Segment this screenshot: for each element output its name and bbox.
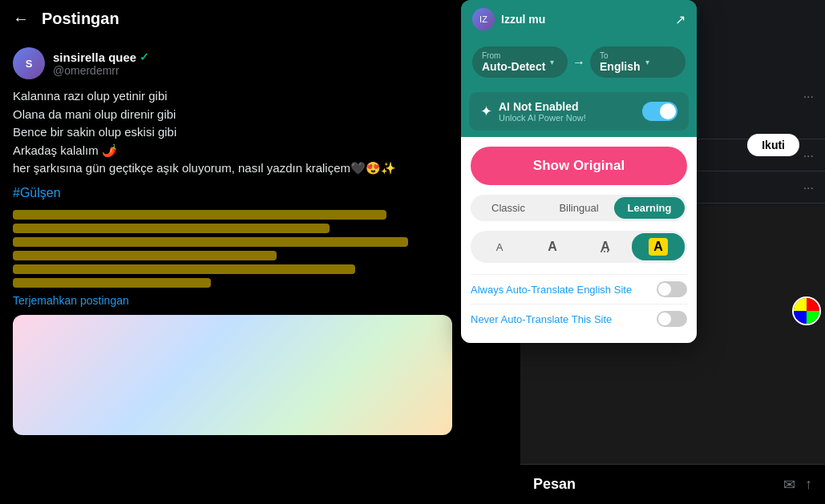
toggle-knob-1 [658, 283, 671, 296]
ai-toggle-left: ✦ AI Not Enabled Unlock AI Power Now! [480, 100, 586, 123]
auto-translate-label-1[interactable]: Always Auto-Translate English Site [471, 284, 632, 296]
left-panel: ← Postingan S sinsirella quee ✓ @omerdem… [0, 0, 465, 504]
popup-user: IZ Izzul mu [472, 8, 545, 30]
lang-to-button[interactable]: To English ▾ [590, 46, 685, 78]
ai-subtitle: Unlock AI Power Now! [499, 113, 586, 123]
to-caret-icon: ▾ [645, 58, 649, 67]
avatar: S [13, 47, 45, 79]
feed-dots-icon-3[interactable]: ··· [803, 181, 814, 196]
post-line-5: her şarkısına gün geçtikçe aşık oluyorum… [13, 159, 452, 178]
blurred-content [13, 210, 452, 288]
hashtag[interactable]: #Gülşen [13, 186, 452, 200]
from-caret-icon: ▾ [550, 58, 554, 67]
color-circle [792, 296, 821, 325]
username: sinsirella quee ✓ [53, 50, 149, 64]
lang-from-button[interactable]: From Auto-Detect ▾ [472, 46, 568, 78]
bottom-bar-icons: ✉ ↑ [783, 476, 812, 494]
translate-link[interactable]: Terjemahkan postingan [13, 294, 452, 307]
popup-username: Izzul mu [501, 13, 545, 26]
compose-icon[interactable]: ↑ [805, 476, 812, 494]
post-area: S sinsirella quee ✓ @omerdemrr Kalanına … [0, 38, 465, 445]
tab-learning[interactable]: Learning [614, 197, 685, 219]
message-icon[interactable]: ✉ [783, 476, 795, 494]
auto-translate-toggle-2[interactable] [657, 311, 687, 327]
auto-translate-row-1: Always Auto-Translate English Site [471, 274, 687, 304]
from-value: Auto-Detect [482, 60, 545, 73]
auto-translate-row-2: Never Auto-Translate This Site [471, 304, 687, 333]
popup-white-section: Show Original Classic Bilingual Learning… [461, 137, 697, 343]
tab-bilingual[interactable]: Bilingual [544, 197, 614, 219]
from-label: From [482, 51, 545, 60]
mode-tabs: Classic Bilingual Learning [471, 195, 687, 221]
verified-icon: ✓ [140, 50, 149, 63]
ai-toggle-text: AI Not Enabled Unlock AI Power Now! [499, 100, 586, 123]
popup-avatar: IZ [472, 8, 495, 30]
bottom-bar-label: Pesan [533, 476, 576, 493]
back-button[interactable]: ← [13, 10, 29, 28]
to-label: To [600, 51, 641, 60]
user-row: S sinsirella quee ✓ @omerdemrr [13, 47, 452, 79]
font-size-selector: A A A A [471, 231, 687, 263]
post-image [13, 315, 452, 435]
font-size-medium[interactable]: A [526, 235, 579, 259]
header: ← Postingan [0, 0, 465, 38]
sparkle-icon: ✦ [480, 103, 492, 120]
language-selector: From Auto-Detect ▾ → To English ▾ [461, 38, 697, 86]
ai-title: AI Not Enabled [499, 100, 586, 113]
show-original-button[interactable]: Show Original [471, 147, 687, 185]
to-value: English [600, 60, 641, 73]
font-size-underline[interactable]: A [579, 235, 632, 259]
bottom-bar: Pesan ✉ ↑ [520, 464, 825, 504]
share-icon[interactable]: ↗ [675, 12, 685, 27]
font-size-small[interactable]: A [473, 236, 526, 258]
ikuti-button[interactable]: Ikuti [747, 134, 799, 156]
toggle-knob-2 [658, 312, 671, 325]
feed-dots-icon-2[interactable]: ··· [803, 149, 814, 163]
font-size-highlight-label: A [649, 238, 668, 256]
popup-header: IZ Izzul mu ↗ [461, 0, 697, 38]
ai-toggle-switch[interactable] [642, 102, 677, 121]
auto-translate-toggle-1[interactable] [657, 281, 687, 297]
auto-translate-label-2[interactable]: Never Auto-Translate This Site [471, 313, 612, 325]
page-title: Postingan [42, 10, 119, 28]
ai-toggle-row: ✦ AI Not Enabled Unlock AI Power Now! [469, 92, 689, 131]
post-line-1: Kalanına razı olup yetinir gibi [13, 87, 452, 106]
lang-arrow-icon: → [572, 55, 585, 70]
post-line-3: Bence bir sakin olup eskisi gibi [13, 123, 452, 142]
toggle-knob [660, 103, 676, 119]
font-size-medium-label: A [548, 240, 557, 254]
translation-popup: IZ Izzul mu ↗ From Auto-Detect ▾ → To En… [461, 0, 697, 343]
user-handle: @omerdemrr [53, 64, 149, 77]
font-size-underline-label: A [601, 240, 610, 254]
post-text: Kalanına razı olup yetinir gibi Olana da… [13, 87, 452, 178]
tab-classic[interactable]: Classic [473, 197, 544, 219]
user-info: sinsirella quee ✓ @omerdemrr [53, 50, 149, 77]
post-line-2: Olana da mani olup direnir gibi [13, 106, 452, 124]
font-size-highlight[interactable]: A [632, 233, 685, 260]
post-line-4: Arkadaş kalalım 🌶️ [13, 142, 452, 160]
font-size-small-label: A [496, 241, 503, 253]
feed-dots-icon[interactable]: ··· [803, 90, 814, 104]
